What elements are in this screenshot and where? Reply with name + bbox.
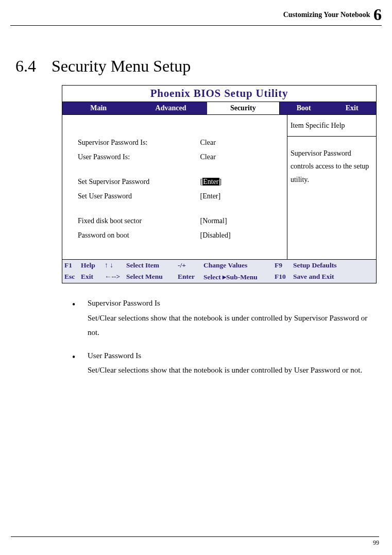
label: Set Supervisor Password [78,175,200,189]
label-setup-defaults: Setup Defaults [293,261,374,270]
value: [Normal] [200,214,282,228]
bullet-body: Set/Clear selections show that the noteb… [88,314,367,337]
bios-footer: F1 Help ↑ ↓ Select Item -/+ Change Value… [62,259,376,283]
key-esc: Esc [64,273,81,281]
label: Supervisor Password Is: [78,136,200,150]
header-text: Customizing Your Notebook [283,11,370,19]
bullet-list: Supervisor Password Is Set/Clear selecti… [72,296,377,378]
bios-help-panel: Item Specific Help Supervisor Password c… [287,115,376,259]
key-f1: F1 [64,261,81,270]
chapter-number: 6 [373,5,382,24]
tab-advanced[interactable]: Advanced [134,102,207,114]
value: [Disabled] [200,228,282,243]
page-footer: 99 [11,536,379,547]
row-fixed-disk-boot[interactable]: Fixed disk boot sector [Normal] [78,214,282,228]
page-number: 99 [373,539,379,546]
tab-security[interactable]: Security [207,102,280,114]
label-select-submenu: Select ▸Sub-Menu [203,273,275,281]
section-number: 6.4 [15,57,52,76]
label-exit: Exit [81,273,105,281]
value: [Enter] [200,175,282,189]
label-help: Help [81,261,105,270]
bios-tabs: Main Advanced Security Boot Exit [62,102,376,115]
tab-main[interactable]: Main [62,102,134,114]
label: Fixed disk boot sector [78,214,200,228]
bios-title: Phoenix BIOS Setup Utility [62,86,376,102]
section-title: Security Menu Setup [52,57,191,76]
arrows-leftright-icon: ←--> [105,273,126,281]
list-item: User Password Is Set/Clear selections sh… [72,348,377,378]
label: Password on boot [78,228,200,243]
help-body: Supervisor Password controls access to t… [287,137,376,190]
key-minusplus: -/+ [178,261,203,270]
label-select-item: Select Item [126,261,178,270]
label: User Password Is: [78,150,200,164]
label-change-values: Change Values [203,261,275,270]
bullet-title: Supervisor Password Is [88,299,160,307]
bullet-body: Set/Clear selections show that the noteb… [88,366,362,374]
key-f10: F10 [275,273,293,281]
row-user-pw-status: User Password Is: Clear [78,150,282,164]
bios-settings-panel: Supervisor Password Is: Clear User Passw… [62,115,287,259]
arrows-updown-icon: ↑ ↓ [105,261,126,270]
bios-screenshot: Phoenix BIOS Setup Utility Main Advanced… [62,85,377,283]
value: [Enter] [200,189,282,204]
running-header: Customizing Your Notebook 6 [10,5,382,26]
value: Clear [200,150,282,164]
row-set-user-pw[interactable]: Set User Password [Enter] [78,189,282,204]
selected-value: Enter [202,178,219,186]
list-item: Supervisor Password Is Set/Clear selecti… [72,296,377,340]
key-f9: F9 [275,261,293,270]
help-title: Item Specific Help [287,115,376,137]
label: Set User Password [78,189,200,204]
row-supervisor-pw-status: Supervisor Password Is: Clear [78,136,282,150]
row-password-on-boot[interactable]: Password on boot [Disabled] [78,228,282,243]
label-select-menu: Select Menu [126,273,178,281]
tab-boot[interactable]: Boot [280,102,328,114]
row-set-supervisor-pw[interactable]: Set Supervisor Password [Enter] [78,175,282,189]
bullet-title: User Password Is [88,351,141,360]
label-save-exit: Save and Exit [293,273,374,281]
section-heading: 6.4 Security Menu Setup [15,57,377,76]
value: Clear [200,136,282,150]
tab-exit[interactable]: Exit [328,102,376,114]
key-enter: Enter [178,273,203,281]
